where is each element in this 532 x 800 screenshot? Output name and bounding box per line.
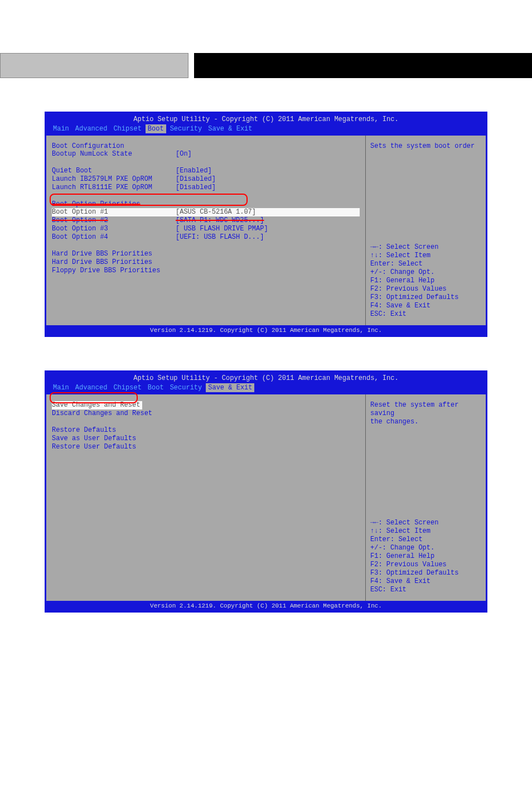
help-select-item: ↑↓: Select Item (370, 252, 481, 260)
tab-main[interactable]: Main (51, 124, 71, 133)
pxe2-label: Launch RTL8111E PXE OpROM (52, 184, 176, 192)
bios-title-2: Aptio Setup Utility - Copyright (C) 2011… (51, 374, 481, 382)
bios-boot-screen: Aptio Setup Utility - Copyright (C) 2011… (45, 112, 487, 337)
bios-footer-2: Version 2.14.1219. Copyright (C) 2011 Am… (46, 601, 486, 611)
bios-footer: Version 2.14.1219. Copyright (C) 2011 Am… (46, 325, 486, 335)
hdd-bbs-2-label: Hard Drive BBS Priorities (52, 258, 176, 267)
help-text-2a: Reset the system after saving (370, 401, 481, 418)
discard-changes-reset-row[interactable]: Discard Changes and Reset (52, 409, 360, 418)
tab-save-exit-2[interactable]: Save & Exit (206, 383, 254, 392)
discard-changes-reset-label: Discard Changes and Reset (52, 409, 176, 418)
floppy-bbs-row[interactable]: Floppy Drive BBS Priorities (52, 267, 360, 275)
boot-option-3-value: [ USB FLASH DRIVE PMAP] (176, 225, 268, 233)
bios-header: Aptio Setup Utility - Copyright (C) 2011… (46, 113, 486, 136)
boot-option-2-row[interactable]: Boot Option #2 [SATA P1: WDC WD25...] (52, 216, 360, 225)
save-changes-reset-row[interactable]: Save Changes and Reset (52, 401, 142, 409)
boot-option-4-row[interactable]: Boot Option #4 [UEFI: USB FLASH D...] (52, 233, 360, 242)
restore-user-defaults-label: Restore User Defaults (52, 443, 176, 451)
help-previous: F2: Previous Values (370, 285, 481, 293)
bios-tabs: Main Advanced Chipset Boot Security Save… (51, 124, 481, 133)
boot-priorities-heading: Boot Option Priorities (52, 200, 360, 208)
help-change-2: +/-: Change Opt. (370, 544, 481, 552)
tab-advanced[interactable]: Advanced (73, 124, 110, 133)
restore-defaults-row[interactable]: Restore Defaults (52, 426, 360, 435)
bios-body: Boot Configuration Bootup NumLock State … (46, 136, 486, 325)
tab-boot-2[interactable]: Boot (146, 383, 166, 392)
hdd-bbs-1-row[interactable]: Hard Drive BBS Priorities (52, 250, 360, 258)
tab-advanced-2[interactable]: Advanced (73, 383, 110, 392)
tab-security[interactable]: Security (168, 124, 205, 133)
boot-option-1-label: Boot Option #1 (52, 208, 176, 216)
hdd-bbs-1-label: Hard Drive BBS Priorities (52, 250, 176, 258)
boot-option-2-value: [SATA P1: WDC WD25...] (176, 216, 264, 225)
help-exit-2: ESC: Exit (370, 586, 481, 594)
boot-option-1-row[interactable]: Boot Option #1 [ASUS CB-5216A 1.07] (52, 208, 360, 216)
help-keys-2: →←: Select Screen ↑↓: Select Item Enter:… (370, 519, 481, 594)
help-previous-2: F2: Previous Values (370, 561, 481, 569)
help-save: F4: Save & Exit (370, 302, 481, 310)
tab-boot[interactable]: Boot (146, 124, 166, 133)
save-user-defaults-label: Save as User Defaults (52, 435, 176, 443)
hdd-bbs-2-row[interactable]: Hard Drive BBS Priorities (52, 258, 360, 267)
numlock-label: Bootup NumLock State (52, 150, 176, 158)
help-general-2: F1: General Help (370, 552, 481, 561)
boot-option-1-value: [ASUS CB-5216A 1.07] (176, 208, 256, 216)
floppy-bbs-label: Floppy Drive BBS Priorities (52, 267, 176, 275)
tab-chipset[interactable]: Chipset (111, 124, 143, 133)
bios-body-2: Save Changes and Reset Discard Changes a… (46, 394, 486, 601)
boot-option-4-value: [UEFI: USB FLASH D...] (176, 233, 264, 242)
numlock-row[interactable]: Bootup NumLock State [On] (52, 150, 360, 158)
help-enter-2: Enter: Select (370, 536, 481, 544)
help-save-2: F4: Save & Exit (370, 577, 481, 586)
quiet-boot-row[interactable]: Quiet Boot [Enabled] (52, 167, 360, 175)
help-exit: ESC: Exit (370, 310, 481, 319)
restore-defaults-label: Restore Defaults (52, 426, 176, 435)
help-select-screen: →←: Select Screen (370, 243, 481, 252)
bios-left-panel: Boot Configuration Bootup NumLock State … (46, 136, 366, 325)
restore-user-defaults-row[interactable]: Restore User Defaults (52, 443, 360, 451)
tab-security-2[interactable]: Security (168, 383, 205, 392)
bios-right-panel-2: Reset the system after saving the change… (366, 394, 486, 601)
boot-option-3-row[interactable]: Boot Option #3 [ USB FLASH DRIVE PMAP] (52, 225, 360, 233)
help-general: F1: General Help (370, 277, 481, 285)
tab-chipset-2[interactable]: Chipset (111, 383, 143, 392)
pxe2-row[interactable]: Launch RTL8111E PXE OpROM [Disabled] (52, 184, 360, 192)
pxe1-label: Launch IB2579LM PXE OpROM (52, 175, 176, 184)
boot-option-2-label: Boot Option #2 (52, 216, 176, 225)
help-keys: →←: Select Screen ↑↓: Select Item Enter:… (370, 243, 481, 319)
pxe1-value: [Disabled] (176, 175, 216, 184)
help-enter: Enter: Select (370, 260, 481, 268)
help-text-2b: the changes. (370, 418, 481, 426)
quiet-boot-label: Quiet Boot (52, 167, 176, 175)
help-change: +/-: Change Opt. (370, 268, 481, 277)
help-select-item-2: ↑↓: Select Item (370, 527, 481, 536)
boot-option-4-label: Boot Option #4 (52, 233, 176, 242)
tab-save-exit[interactable]: Save & Exit (206, 124, 254, 133)
help-select-screen-2: →←: Select Screen (370, 519, 481, 527)
bios-header-2: Aptio Setup Utility - Copyright (C) 2011… (46, 372, 486, 394)
bios-title: Aptio Setup Utility - Copyright (C) 2011… (51, 115, 481, 123)
pxe2-value: [Disabled] (176, 184, 216, 192)
bios-tabs-2: Main Advanced Chipset Boot Security Save… (51, 383, 481, 392)
help-optimized-2: F3: Optimized Defaults (370, 569, 481, 577)
boot-option-3-label: Boot Option #3 (52, 225, 176, 233)
quiet-boot-value: [Enabled] (176, 167, 212, 175)
header-left-box (0, 53, 188, 78)
help-text: Sets the system boot order (370, 142, 481, 151)
pxe1-row[interactable]: Launch IB2579LM PXE OpROM [Disabled] (52, 175, 360, 184)
bios-left-panel-2: Save Changes and Reset Discard Changes a… (46, 394, 366, 601)
help-optimized: F3: Optimized Defaults (370, 293, 481, 302)
header-right-box (194, 53, 532, 78)
save-changes-reset-label: Save Changes and Reset (52, 401, 140, 409)
tab-main-2[interactable]: Main (51, 383, 71, 392)
save-user-defaults-row[interactable]: Save as User Defaults (52, 435, 360, 443)
bios-save-exit-screen: Aptio Setup Utility - Copyright (C) 2011… (45, 370, 487, 613)
numlock-value: [On] (176, 150, 192, 158)
page-header-banner (0, 53, 532, 78)
bios-right-panel: Sets the system boot order →←: Select Sc… (366, 136, 486, 325)
boot-config-heading: Boot Configuration (52, 142, 360, 150)
